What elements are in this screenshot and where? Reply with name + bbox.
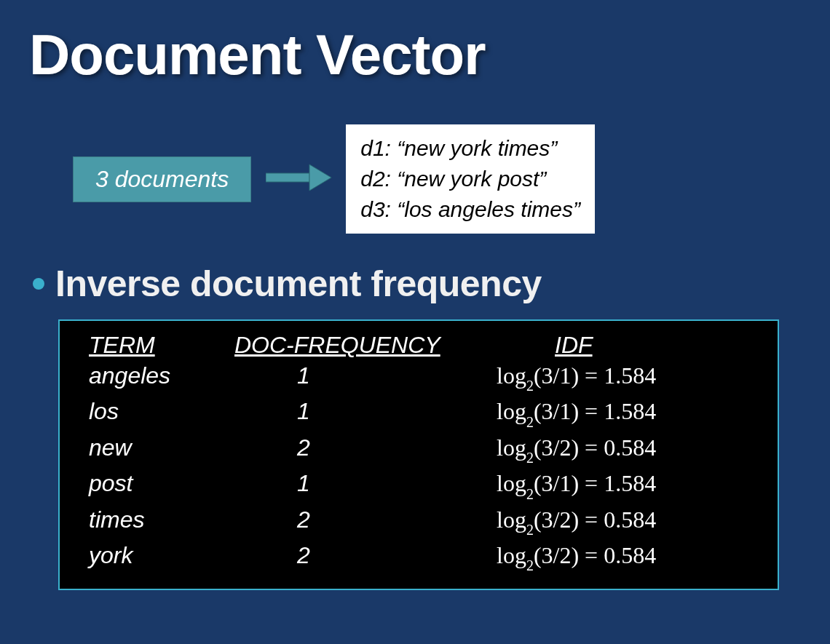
table-row: times2log2(3/2) = 0.584 (89, 503, 748, 538)
cell-idf: log2(3/1) = 1.584 (497, 359, 656, 394)
table-row: angeles1log2(3/1) = 1.584 (89, 359, 748, 394)
doc-2: d2: “new york post” (360, 164, 580, 194)
cell-term: angeles (89, 359, 234, 394)
cell-term: times (89, 503, 234, 538)
cell-term: post (89, 466, 234, 502)
table-row: los1log2(3/1) = 1.584 (89, 394, 748, 430)
documents-count-badge: 3 documents (73, 156, 251, 202)
bullet-item: Inverse document frequency (29, 263, 801, 305)
cell-idf: log2(3/2) = 0.584 (497, 503, 656, 538)
table-row: new2log2(3/2) = 0.584 (89, 431, 748, 466)
slide-title: Document Vector (29, 22, 801, 88)
cell-term: new (89, 431, 234, 466)
table-row: post1log2(3/1) = 1.584 (89, 466, 748, 502)
cell-doc-frequency: 2 (234, 503, 497, 538)
cell-term: los (89, 394, 234, 430)
table-header-row: TERM DOC-FREQUENCY IDF (89, 332, 748, 359)
cell-doc-frequency: 2 (234, 431, 497, 466)
header-doc-frequency: DOC-FREQUENCY (234, 332, 497, 359)
svg-rect-0 (266, 173, 309, 182)
doc-3: d3: “los angeles times” (360, 194, 580, 225)
arrow-icon (266, 163, 331, 195)
cell-doc-frequency: 2 (234, 538, 497, 574)
cell-idf: log2(3/1) = 1.584 (497, 394, 656, 430)
table-row: york2log2(3/2) = 0.584 (89, 538, 748, 574)
documents-list-box: d1: “new york times” d2: “new york post”… (346, 124, 595, 234)
bullet-dot-icon (33, 278, 44, 290)
documents-diagram: 3 documents d1: “new york times” d2: “ne… (73, 124, 801, 234)
table-body: angeles1log2(3/1) = 1.584los1log2(3/1) =… (89, 359, 748, 574)
doc-1: d1: “new york times” (360, 133, 580, 164)
svg-marker-1 (309, 164, 331, 191)
cell-idf: log2(3/2) = 0.584 (497, 538, 656, 574)
idf-table: TERM DOC-FREQUENCY IDF angeles1log2(3/1)… (58, 319, 779, 590)
bullet-text: Inverse document frequency (55, 263, 542, 305)
header-term: TERM (89, 332, 234, 359)
cell-doc-frequency: 1 (234, 359, 497, 394)
cell-doc-frequency: 1 (234, 394, 497, 430)
cell-idf: log2(3/1) = 1.584 (497, 466, 656, 502)
cell-idf: log2(3/2) = 0.584 (497, 431, 656, 466)
cell-doc-frequency: 1 (234, 466, 497, 502)
header-idf: IDF (555, 332, 593, 359)
cell-term: york (89, 538, 234, 574)
